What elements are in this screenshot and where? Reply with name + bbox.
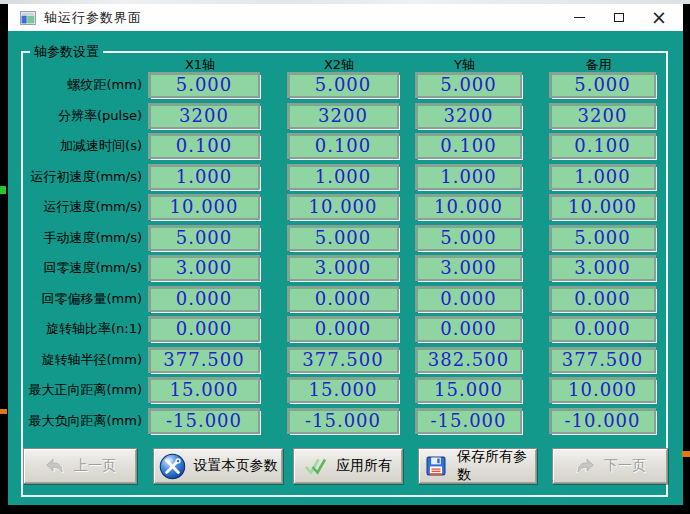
apply-all-button[interactable]: 应用所有 [293,448,403,484]
value-field[interactable]: 0.000 [415,286,522,312]
value-field[interactable]: 5.000 [287,225,399,251]
row-label: 分辨率(pulse) [23,103,142,129]
value-field[interactable]: 0.000 [287,316,399,342]
next-page-button[interactable]: 下一页 [552,448,668,484]
value-field[interactable]: 10.000 [549,377,656,403]
window-controls: × [559,4,679,31]
set-page-params-button[interactable]: 设置本页参数 [153,448,283,484]
value-field[interactable]: 15.000 [148,377,260,403]
row-label: 手动速度(mm/s) [23,225,142,251]
value-field[interactable]: 1.000 [415,164,522,190]
value-field[interactable]: -10.000 [549,408,656,434]
table-row: 加减速时间(s)0.1000.1000.1000.100 [23,133,666,159]
desktop-artifact [0,409,7,414]
table-row: 螺纹距(mm)5.0005.0005.0005.000 [23,72,666,98]
value-field[interactable]: 377.500 [549,347,656,373]
value-field[interactable]: 3.000 [148,255,260,281]
value-field[interactable]: 0.100 [287,133,399,159]
value-field[interactable]: 1.000 [287,164,399,190]
value-field[interactable]: 3.000 [549,255,656,281]
value-field[interactable]: -15.000 [415,408,522,434]
close-icon: × [651,8,667,27]
app-window: 轴运行参数界面 × 轴参数设置 X1轴 X2轴 Y轴 备用 螺纹距(mm)5.0… [8,4,683,505]
desktop-artifact [682,451,690,457]
value-field[interactable]: 3200 [549,103,656,129]
previous-page-button[interactable]: 上一页 [23,448,137,484]
value-field[interactable]: 15.000 [415,377,522,403]
value-field[interactable]: 0.100 [415,133,522,159]
table-row: 最大负向距离(mm)-15.000-15.000-15.000-10.000 [23,408,666,434]
value-field[interactable]: 3200 [148,103,260,129]
value-field[interactable]: 377.500 [148,347,260,373]
value-field[interactable]: 10.000 [415,194,522,220]
value-field[interactable]: 0.000 [549,286,656,312]
row-label: 最大负向距离(mm) [23,408,142,434]
row-label: 旋转轴比率(n:1) [23,316,142,342]
minimize-icon [574,17,585,18]
value-field[interactable]: 3.000 [415,255,522,281]
value-field[interactable]: 3200 [415,103,522,129]
row-label: 螺纹距(mm) [23,72,142,98]
value-field[interactable]: 0.000 [415,316,522,342]
value-field[interactable]: 5.000 [148,72,260,98]
table-row: 旋转轴比率(n:1)0.0000.0000.0000.000 [23,316,666,342]
row-label: 运行速度(mm/s) [23,194,142,220]
value-field[interactable]: 10.000 [549,194,656,220]
button-label: 保存所有参数 [457,448,532,484]
maximize-icon [614,13,624,22]
value-field[interactable]: 5.000 [549,225,656,251]
value-field[interactable]: 3200 [287,103,399,129]
value-field[interactable]: 382.500 [415,347,522,373]
value-field[interactable]: 5.000 [415,225,522,251]
table-row: 回零速度(mm/s)3.0003.0003.0003.000 [23,255,666,281]
table-row: 回零偏移量(mm)0.0000.0000.0000.000 [23,286,666,312]
table-row: 旋转轴半径(mm)377.500377.500382.500377.500 [23,347,666,373]
row-label: 旋转轴半径(mm) [23,347,142,373]
button-label: 设置本页参数 [194,457,278,475]
table-row: 运行速度(mm/s)10.00010.00010.00010.000 [23,194,666,220]
value-field[interactable]: 1.000 [148,164,260,190]
value-field[interactable]: 5.000 [415,72,522,98]
redo-arrow-icon [574,455,596,477]
table-row: 分辨率(pulse)3200320032003200 [23,103,666,129]
value-field[interactable]: 5.000 [549,72,656,98]
value-field[interactable]: 15.000 [287,377,399,403]
undo-arrow-icon [44,455,66,477]
desktop-artifact [0,186,6,194]
save-all-params-button[interactable]: 保存所有参数 [418,448,537,484]
value-field[interactable]: 0.000 [148,316,260,342]
maximize-button[interactable] [599,4,639,31]
row-label: 回零偏移量(mm) [23,286,142,312]
double-check-icon [304,455,328,477]
button-label: 应用所有 [336,457,392,475]
value-field[interactable]: 5.000 [148,225,260,251]
value-field[interactable]: 5.000 [287,72,399,98]
window-titlebar[interactable]: 轴运行参数界面 × [8,4,683,31]
table-row: 手动速度(mm/s)5.0005.0005.0005.000 [23,225,666,251]
value-field[interactable]: -15.000 [287,408,399,434]
minimize-button[interactable] [559,4,599,31]
value-field[interactable]: 10.000 [287,194,399,220]
value-field[interactable]: 0.000 [148,286,260,312]
tools-icon [159,453,186,480]
param-rows: 螺纹距(mm)5.0005.0005.0005.000分辨率(pulse)320… [23,72,666,438]
value-field[interactable]: 1.000 [549,164,656,190]
row-label: 回零速度(mm/s) [23,255,142,281]
value-field[interactable]: 0.100 [148,133,260,159]
row-label: 加减速时间(s) [23,133,142,159]
button-label: 上一页 [74,457,116,475]
value-field[interactable]: 0.000 [549,316,656,342]
value-field[interactable]: 3.000 [287,255,399,281]
value-field[interactable]: 0.000 [287,286,399,312]
client-area: 轴参数设置 X1轴 X2轴 Y轴 备用 螺纹距(mm)5.0005.0005.0… [8,31,683,505]
value-field[interactable]: -15.000 [148,408,260,434]
value-field[interactable]: 377.500 [287,347,399,373]
row-label: 最大正向距离(mm) [23,377,142,403]
table-row: 最大正向距离(mm)15.00015.00015.00010.000 [23,377,666,403]
value-field[interactable]: 0.100 [549,133,656,159]
value-field[interactable]: 10.000 [148,194,260,220]
column-headers: X1轴 X2轴 Y轴 备用 [23,56,666,73]
row-label: 运行初速度(mm/s) [23,164,142,190]
close-button[interactable]: × [639,4,679,31]
window-title: 轴运行参数界面 [44,9,142,27]
